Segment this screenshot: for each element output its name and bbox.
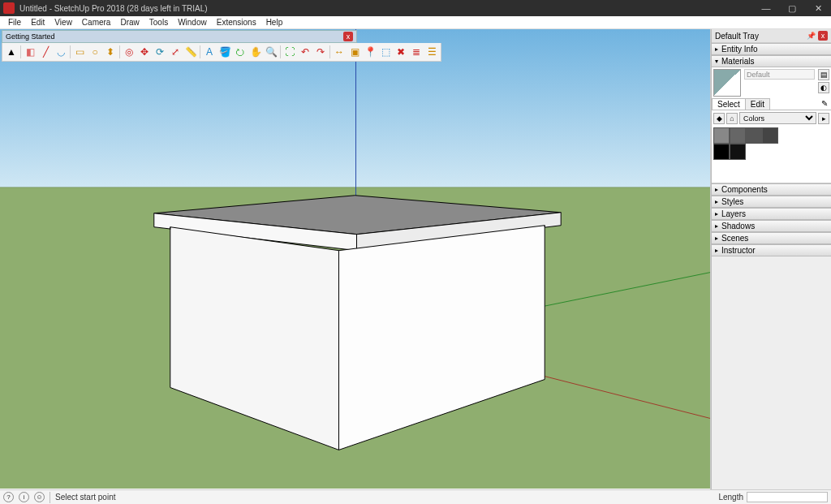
tool-paint-icon[interactable]: 🪣 bbox=[217, 45, 232, 59]
tool-arc-icon[interactable]: ◡ bbox=[54, 45, 68, 59]
material-name-input[interactable] bbox=[744, 69, 815, 80]
tool-tape-icon[interactable]: 📏 bbox=[183, 45, 198, 59]
menu-help[interactable]: Help bbox=[261, 16, 288, 29]
tool-zoom-icon[interactable]: 🔍 bbox=[264, 45, 278, 59]
tool-scale-icon[interactable]: ⤢ bbox=[168, 45, 183, 59]
panel-label: Instructor bbox=[721, 246, 756, 255]
tool-undo-icon[interactable]: ↶ bbox=[298, 45, 312, 59]
tab-select[interactable]: Select bbox=[712, 98, 746, 110]
tray-close-button[interactable]: x bbox=[818, 31, 828, 41]
panel-label: Materials bbox=[721, 57, 755, 66]
tool-text-icon[interactable]: A bbox=[202, 45, 217, 59]
toolbar-row: ▲◧╱◡▭○⬍◎✥⟳⤢📏A🪣⭮✋🔍⛶↶↷↔▣📍⬚✖≣☰ bbox=[2, 43, 441, 62]
menu-file[interactable]: File bbox=[3, 16, 26, 29]
status-hint: Select start point bbox=[55, 493, 115, 502]
measurement-input[interactable] bbox=[747, 492, 828, 502]
length-label: Length bbox=[718, 493, 743, 502]
panel-label: Shadows bbox=[721, 222, 755, 230]
tool-select-icon[interactable]: ▲ bbox=[4, 45, 19, 59]
panel-label: Components bbox=[721, 185, 768, 194]
tool-line-icon[interactable]: ╱ bbox=[38, 45, 53, 59]
panel-scenes[interactable]: ▸Scenes bbox=[712, 232, 831, 244]
panel-components[interactable]: ▸Components bbox=[712, 183, 831, 196]
swatch[interactable] bbox=[713, 144, 730, 160]
tool-layers-icon[interactable]: ≣ bbox=[409, 45, 424, 59]
pencil-icon[interactable]: ✎ bbox=[818, 98, 831, 110]
collapse-icon: ▸ bbox=[715, 45, 718, 53]
menu-camera[interactable]: Camera bbox=[77, 16, 116, 29]
sample-paint-icon[interactable]: ◐ bbox=[818, 82, 829, 93]
swatch[interactable] bbox=[713, 127, 730, 144]
pin-icon[interactable]: 📌 bbox=[807, 32, 816, 40]
close-button[interactable]: ✕ bbox=[805, 0, 831, 16]
help-icon[interactable]: ? bbox=[3, 492, 14, 502]
info-icon[interactable]: i bbox=[19, 492, 29, 502]
toolbar-close-button[interactable]: x bbox=[343, 32, 353, 41]
panel-label: Entity Info bbox=[721, 45, 757, 54]
swatch[interactable] bbox=[762, 127, 778, 144]
tool-pan-icon[interactable]: ✋ bbox=[248, 45, 263, 59]
menu-window[interactable]: Window bbox=[173, 16, 212, 29]
panel-label: Scenes bbox=[721, 234, 748, 243]
tool-offset-icon[interactable]: ◎ bbox=[122, 45, 136, 59]
tab-edit[interactable]: Edit bbox=[745, 98, 770, 110]
menu-tools[interactable]: Tools bbox=[144, 16, 173, 29]
expand-icon: ▾ bbox=[715, 58, 718, 65]
menu-view[interactable]: View bbox=[50, 16, 77, 29]
tool-orbit-icon[interactable]: ⭮ bbox=[233, 45, 248, 59]
swatch[interactable] bbox=[730, 144, 746, 160]
viewport-3d[interactable] bbox=[0, 29, 711, 489]
tool-redo-icon[interactable]: ↷ bbox=[313, 45, 328, 59]
app-icon bbox=[3, 2, 15, 14]
tool-rect-icon[interactable]: ▭ bbox=[72, 45, 87, 59]
tool-move-icon[interactable]: ✥ bbox=[137, 45, 152, 59]
titlebar: Untitled - SketchUp Pro 2018 (28 days le… bbox=[0, 0, 831, 16]
swatch[interactable] bbox=[730, 127, 746, 144]
home-icon[interactable]: ⌂ bbox=[726, 113, 738, 124]
panel-materials[interactable]: ▾ Materials bbox=[712, 55, 831, 67]
tool-zoom-extents-icon[interactable]: ⛶ bbox=[282, 45, 297, 59]
default-tray: Default Tray 📌 x ▸ Entity Info ▾ Materia… bbox=[711, 29, 831, 489]
tray-title: Default Tray bbox=[715, 32, 759, 41]
window-title: Untitled - SketchUp Pro 2018 (28 days le… bbox=[18, 4, 753, 13]
panel-styles[interactable]: ▸Styles bbox=[712, 196, 831, 208]
tool-rotate-icon[interactable]: ⟳ bbox=[153, 45, 167, 59]
maximize-button[interactable]: ▢ bbox=[779, 0, 805, 16]
tool-outliner-icon[interactable]: ☰ bbox=[424, 45, 439, 59]
menu-edit[interactable]: Edit bbox=[26, 16, 50, 29]
workspace: Default Tray 📌 x ▸ Entity Info ▾ Materia… bbox=[0, 29, 831, 489]
panel-layers[interactable]: ▸Layers bbox=[712, 208, 831, 220]
tool-ext-icon[interactable]: ✖ bbox=[394, 45, 408, 59]
details-icon[interactable]: ▸ bbox=[818, 113, 829, 124]
tool-addloc-icon[interactable]: 📍 bbox=[363, 45, 377, 59]
material-swatches bbox=[712, 126, 831, 183]
menubar: File Edit View Camera Draw Tools Window … bbox=[0, 16, 831, 29]
tool-dim-icon[interactable]: ↔ bbox=[332, 45, 347, 59]
tool-3dw-icon[interactable]: ⬚ bbox=[378, 45, 393, 59]
getting-started-toolbar: Getting Started x ▲◧╱◡▭○⬍◎✥⟳⤢📏A🪣⭮✋🔍⛶↶↷↔▣… bbox=[2, 30, 441, 62]
material-library-select[interactable]: Colors bbox=[739, 112, 816, 124]
materials-panel-body: ▤ ◐ Select Edit ✎ ◆ ⌂ Colors ▸ bbox=[712, 67, 831, 183]
swatch[interactable] bbox=[746, 127, 762, 144]
panel-label: Styles bbox=[721, 197, 743, 206]
menu-extensions[interactable]: Extensions bbox=[212, 16, 261, 29]
tool-pushpull-icon[interactable]: ⬍ bbox=[103, 45, 118, 59]
tool-eraser-icon[interactable]: ◧ bbox=[23, 45, 37, 59]
user-icon[interactable]: ☺ bbox=[34, 492, 45, 502]
menu-draw[interactable]: Draw bbox=[115, 16, 144, 29]
panel-entity-info[interactable]: ▸ Entity Info bbox=[712, 43, 831, 55]
panel-shadows[interactable]: ▸Shadows bbox=[712, 220, 831, 232]
material-thumbnail[interactable] bbox=[713, 69, 741, 97]
create-material-icon[interactable]: ▤ bbox=[818, 69, 829, 80]
panel-label: Layers bbox=[721, 209, 746, 218]
toolbar-title: Getting Started bbox=[6, 32, 55, 41]
tool-circle-icon[interactable]: ○ bbox=[88, 45, 102, 59]
tool-section-icon[interactable]: ▣ bbox=[347, 45, 362, 59]
statusbar: ? i ☺ Select start point Length bbox=[0, 489, 831, 504]
back-icon[interactable]: ◆ bbox=[713, 113, 725, 124]
minimize-button[interactable]: — bbox=[753, 0, 779, 16]
panel-instructor[interactable]: ▸Instructor bbox=[712, 244, 831, 256]
tray-header: Default Tray 📌 x bbox=[712, 29, 831, 43]
